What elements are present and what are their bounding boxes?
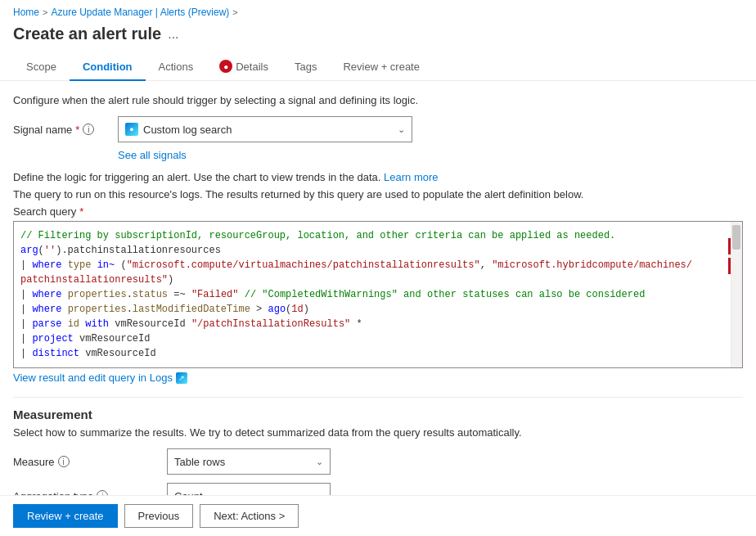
signal-dropdown-value: Custom log search <box>143 124 232 136</box>
signal-dropdown[interactable]: ● Custom log search ⌄ <box>118 116 412 142</box>
query-label-row: Search query * <box>13 205 743 218</box>
signal-info-icon[interactable]: i <box>83 124 94 135</box>
breadcrumb-home[interactable]: Home <box>13 7 39 18</box>
divider-1 <box>13 397 743 398</box>
define-logic-desc: Define the logic for triggering an alert… <box>13 171 743 183</box>
signal-name-label: Signal name * i <box>13 124 111 136</box>
query-editor[interactable]: // Filtering by subscriptionId, resource… <box>14 222 742 367</box>
learn-more-link[interactable]: Learn more <box>384 171 438 183</box>
tab-actions[interactable]: Actions <box>146 54 207 81</box>
page-title: Create an alert rule <box>13 25 161 43</box>
page-options-button[interactable]: ... <box>168 27 178 42</box>
signal-required-star: * <box>75 124 79 136</box>
signal-dropdown-inner: ● Custom log search <box>125 123 232 136</box>
query-scrollbar[interactable] <box>731 222 742 367</box>
tab-condition[interactable]: Condition <box>70 54 146 81</box>
measure-dropdown[interactable]: Table rows ⌄ <box>167 448 331 475</box>
breadcrumb-sep2: > <box>232 7 237 17</box>
breadcrumb: Home > Azure Update Manager | Alerts (Pr… <box>0 0 756 21</box>
query-required-star: * <box>79 205 83 218</box>
tab-bar: Scope Condition Actions ● Details Tags R… <box>0 53 756 81</box>
query-scrollbar-thumb[interactable] <box>732 225 740 250</box>
measurement-desc: Select how to summarize the results. We … <box>13 426 743 439</box>
query-editor-wrapper: // Filtering by subscriptionId, resource… <box>13 221 743 368</box>
details-error-badge: ● <box>219 60 232 73</box>
signal-name-row: Signal name * i ● Custom log search ⌄ <box>13 116 743 142</box>
measure-dropdown-chevron: ⌄ <box>316 457 323 467</box>
tab-scope[interactable]: Scope <box>13 54 70 81</box>
breadcrumb-sep1: > <box>43 7 47 17</box>
action-bar: Review + create Previous Next: Actions > <box>0 495 756 536</box>
query-error-bar-2 <box>728 258 731 274</box>
query-error-bar-1 <box>728 238 731 254</box>
page-title-row: Create an alert rule ... <box>0 21 756 53</box>
measure-row: Measure i Table rows ⌄ <box>13 448 743 475</box>
measure-label: Measure i <box>13 456 160 468</box>
content-area: Configure when the alert rule should tri… <box>0 81 756 536</box>
previous-button[interactable]: Previous <box>124 504 194 528</box>
view-result-icon: ↗ <box>176 372 187 384</box>
tab-details[interactable]: ● Details <box>206 53 281 81</box>
tab-review-create[interactable]: Review + create <box>330 54 433 81</box>
signal-type-icon: ● <box>125 123 138 136</box>
review-create-button[interactable]: Review + create <box>13 504 118 528</box>
view-result-link[interactable]: View result and edit query in Logs ↗ <box>13 372 743 384</box>
see-all-signals-link[interactable]: See all signals <box>118 149 187 161</box>
signal-dropdown-chevron: ⌄ <box>398 124 405 135</box>
condition-desc: Configure when the alert rule should tri… <box>13 94 743 106</box>
next-actions-button[interactable]: Next: Actions > <box>200 504 299 528</box>
tab-tags[interactable]: Tags <box>281 54 330 81</box>
breadcrumb-azure[interactable]: Azure Update Manager | Alerts (Preview) <box>51 7 229 18</box>
query-desc: The query to run on this resource's logs… <box>13 188 743 200</box>
measurement-title: Measurement <box>13 408 743 421</box>
measure-info-icon[interactable]: i <box>58 456 70 467</box>
